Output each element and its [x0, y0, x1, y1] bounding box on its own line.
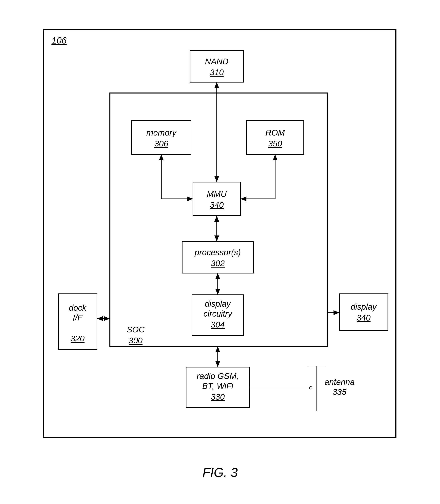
rom-label: ROM — [265, 128, 285, 137]
arrow-up-mmu-bot — [214, 216, 219, 222]
memory-label: memory — [146, 128, 177, 137]
rom-ref: 350 — [268, 139, 282, 148]
arrow-up-memory — [159, 154, 164, 160]
display-label: display — [351, 302, 377, 312]
arrow-down-disp-top — [215, 289, 220, 295]
processor-block — [182, 241, 253, 273]
radio-label2: BT, WiFi — [202, 381, 234, 391]
display-ref: 340 — [357, 313, 371, 322]
arrow-down-proc-top — [214, 235, 219, 241]
radio-ref: 330 — [211, 392, 225, 401]
display-block — [339, 294, 388, 330]
display-circuitry-label1: display — [205, 299, 231, 309]
memory-block — [132, 121, 191, 154]
arrow-left-dock — [97, 316, 103, 321]
dock-label1: dock — [69, 303, 87, 313]
antenna-label: antenna — [325, 377, 355, 387]
display-circuitry-label2: circuitry — [204, 309, 233, 318]
nand-label: NAND — [205, 57, 228, 66]
conn-rom-mmu — [240, 154, 275, 199]
arrow-down-mmu — [214, 176, 219, 182]
nand-block — [190, 51, 244, 82]
display-circuitry-ref: 304 — [211, 320, 225, 329]
antenna-ref: 335 — [332, 387, 347, 396]
arrow-right-mmu-left — [187, 196, 193, 201]
figure-label: FIG. 3 — [203, 465, 238, 480]
nand-ref: 310 — [210, 68, 224, 77]
outer-ref: 106 — [52, 35, 67, 45]
mmu-ref: 340 — [210, 200, 224, 210]
soc-ref: 300 — [129, 336, 143, 345]
arrow-up-rom — [273, 154, 277, 160]
block-diagram: 106 SOC 300 NAND 310 memory 306 ROM 350 … — [0, 0, 440, 504]
dock-ref: 320 — [71, 334, 85, 343]
radio-label1: radio GSM, — [197, 371, 239, 381]
arrow-up-soc-bot — [215, 346, 220, 352]
arrow-down-radio-top — [215, 361, 220, 367]
memory-ref: 306 — [154, 139, 168, 148]
mmu-block — [193, 182, 240, 216]
antenna-feed — [309, 386, 312, 389]
mmu-label: MMU — [207, 189, 227, 199]
arrow-left-mmu-right — [240, 196, 247, 201]
processor-ref: 302 — [211, 259, 225, 268]
soc-label: SOC — [127, 325, 145, 334]
arrow-up-nand — [214, 82, 219, 88]
arrow-right-display — [333, 310, 339, 315]
arrow-right-soc-left — [104, 316, 110, 321]
dock-label2: I/F — [73, 313, 83, 322]
conn-memory-mmu — [161, 154, 193, 199]
processor-label: processor(s) — [194, 248, 241, 257]
rom-block — [247, 121, 304, 154]
arrow-up-proc-bot — [215, 273, 220, 279]
